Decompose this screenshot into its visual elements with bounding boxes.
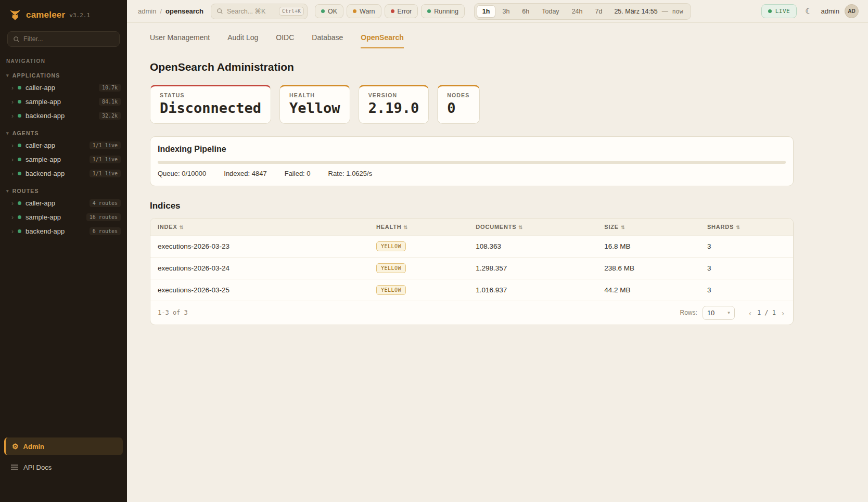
sidebar-item-sample-app-routes[interactable]: › sample-app 16 routes xyxy=(0,210,127,224)
date-range[interactable]: 25. März 14:55 — now xyxy=(614,8,683,15)
sidebar-item-caller-app-agent[interactable]: › caller-app 1/1 live xyxy=(0,138,127,152)
brand-name: cameleer xyxy=(26,10,65,20)
column-header-index[interactable]: INDEX⇅ xyxy=(150,218,369,236)
sidebar-item-api-docs[interactable]: API Docs xyxy=(0,459,127,475)
filter-error[interactable]: Error xyxy=(385,4,418,18)
tab-database[interactable]: Database xyxy=(312,33,343,48)
tab-oidc[interactable]: OIDC xyxy=(276,33,294,48)
time-range-today[interactable]: Today xyxy=(536,5,565,18)
item-badge: 4 routes xyxy=(90,199,121,207)
cell-size: 238.6 MB xyxy=(597,257,700,279)
caret-down-icon: ▾ xyxy=(6,131,9,136)
stat-label: NODES xyxy=(447,92,469,98)
main-area: admin / opensearch Ctrl+K OK Warn xyxy=(127,0,868,502)
sidebar-item-caller-app[interactable]: › caller-app 10.7k xyxy=(0,81,127,95)
tab-audit-log[interactable]: Audit Log xyxy=(227,33,258,48)
item-badge: 16 routes xyxy=(86,213,121,221)
live-label: LIVE xyxy=(775,8,790,15)
column-header-health[interactable]: HEALTH⇅ xyxy=(369,218,468,236)
cell-index: executions-2026-03-25 xyxy=(150,279,369,301)
prev-page-button[interactable]: ‹ xyxy=(747,308,753,317)
breadcrumb-current: opensearch xyxy=(165,7,203,15)
sort-icon: ⇅ xyxy=(518,225,522,230)
pipeline-stat-indexed: Indexed: 4847 xyxy=(224,170,266,177)
rows-per-page-select[interactable]: 10 ▾ xyxy=(703,306,735,320)
health-badge: YELLOW xyxy=(376,241,406,251)
admin-label: Admin xyxy=(23,443,44,450)
section-head-agents[interactable]: ▾ AGENTS xyxy=(0,128,127,138)
health-badge: YELLOW xyxy=(376,285,406,295)
stat-card-version: VERSION 2.19.0 xyxy=(359,85,429,124)
item-label: sample-app xyxy=(25,156,85,163)
table-row[interactable]: executions-2026-03-24 YELLOW 1.298.357 2… xyxy=(150,257,793,279)
indices-title: Indices xyxy=(150,201,794,211)
tab-opensearch[interactable]: OpenSearch xyxy=(361,33,403,48)
section-head-routes[interactable]: ▾ ROUTES xyxy=(0,186,127,196)
sidebar-item-backend-app[interactable]: › backend-app 32.2k xyxy=(0,109,127,123)
avatar[interactable]: AD xyxy=(845,4,859,18)
section-head-applications[interactable]: ▾ APPLICATIONS xyxy=(0,70,127,81)
sidebar-item-caller-app-routes[interactable]: › caller-app 4 routes xyxy=(0,196,127,210)
status-dot xyxy=(18,201,21,205)
section-label: APPLICATIONS xyxy=(12,72,60,79)
indices-table: INDEX⇅ HEALTH⇅ DOCUMENTS⇅ SIZE⇅ xyxy=(150,218,793,301)
filter-warn-label: Warn xyxy=(360,8,375,15)
time-range-24h[interactable]: 24h xyxy=(566,5,589,18)
app-logo[interactable]: cameleer v3.2.1 xyxy=(0,0,127,25)
next-page-button[interactable]: › xyxy=(780,308,786,317)
filter-ok[interactable]: OK xyxy=(315,4,343,18)
item-badge: 84.1k xyxy=(99,98,121,106)
table-row[interactable]: executions-2026-03-23 YELLOW 108.363 16.… xyxy=(150,235,793,257)
cell-documents: 1.016.937 xyxy=(468,279,597,301)
time-range-7d[interactable]: 7d xyxy=(589,5,608,18)
column-header-documents[interactable]: DOCUMENTS⇅ xyxy=(468,218,597,236)
table-row[interactable]: executions-2026-03-25 YELLOW 1.016.937 4… xyxy=(150,279,793,301)
search-shortcut-badge: Ctrl+K xyxy=(279,7,304,16)
status-dot xyxy=(18,86,21,89)
tab-user-management[interactable]: User Management xyxy=(150,33,210,48)
global-search[interactable]: Ctrl+K xyxy=(211,4,308,19)
cell-health: YELLOW xyxy=(369,257,468,279)
item-badge: 10.7k xyxy=(99,84,121,92)
live-badge[interactable]: LIVE xyxy=(761,4,797,18)
column-header-shards[interactable]: SHARDS⇅ xyxy=(700,218,793,236)
cell-health: YELLOW xyxy=(369,279,468,301)
time-range-1h[interactable]: 1h xyxy=(477,5,496,18)
stat-value: Yellow xyxy=(289,100,340,116)
column-header-size[interactable]: SIZE⇅ xyxy=(597,218,700,236)
sidebar-item-sample-app-agent[interactable]: › sample-app 1/1 live xyxy=(0,152,127,166)
time-range-6h[interactable]: 6h xyxy=(516,5,535,18)
health-badge: YELLOW xyxy=(376,263,406,273)
chevron-right-icon: › xyxy=(11,171,14,177)
cell-index: executions-2026-03-23 xyxy=(150,235,369,257)
dark-mode-toggle[interactable]: ☾ xyxy=(802,5,815,17)
stat-card-row: STATUS Disconnected HEALTH Yellow VERSIO… xyxy=(150,85,794,124)
stat-value: 0 xyxy=(447,100,469,116)
sidebar-item-backend-app-agent[interactable]: › backend-app 1/1 live xyxy=(0,166,127,181)
chevron-right-icon: › xyxy=(11,85,14,91)
sidebar-item-admin[interactable]: ⚙ Admin xyxy=(4,437,123,455)
cell-documents: 108.363 xyxy=(468,235,597,257)
caret-down-icon: ▾ xyxy=(6,73,9,78)
filter-running[interactable]: Running xyxy=(421,4,465,18)
gear-icon: ⚙ xyxy=(12,443,19,450)
pipeline-title: Indexing Pipeline xyxy=(158,145,786,154)
cell-shards: 3 xyxy=(700,279,793,301)
item-badge: 1/1 live xyxy=(90,141,121,149)
item-label: sample-app xyxy=(25,98,95,106)
breadcrumb-parent[interactable]: admin xyxy=(138,7,156,15)
item-label: backend-app xyxy=(25,227,85,235)
sidebar-item-backend-app-routes[interactable]: › backend-app 6 routes xyxy=(0,224,127,238)
item-badge: 1/1 live xyxy=(90,170,121,177)
filter-warn[interactable]: Warn xyxy=(347,4,381,18)
sidebar-item-sample-app[interactable]: › sample-app 84.1k xyxy=(0,95,127,109)
sidebar-filter-input[interactable] xyxy=(23,35,114,43)
pipeline-stat-queue: Queue: 0/10000 xyxy=(158,170,206,177)
sidebar-filter[interactable] xyxy=(7,31,120,47)
chevron-right-icon: › xyxy=(11,113,14,119)
running-dot-icon xyxy=(427,9,431,13)
time-range-3h[interactable]: 3h xyxy=(496,5,515,18)
global-search-input[interactable] xyxy=(227,8,275,15)
indices-table-card: INDEX⇅ HEALTH⇅ DOCUMENTS⇅ SIZE⇅ xyxy=(150,218,794,325)
table-footer: 1-3 of 3 Rows: 10 ▾ ‹ 1 / 1 › xyxy=(150,301,793,325)
